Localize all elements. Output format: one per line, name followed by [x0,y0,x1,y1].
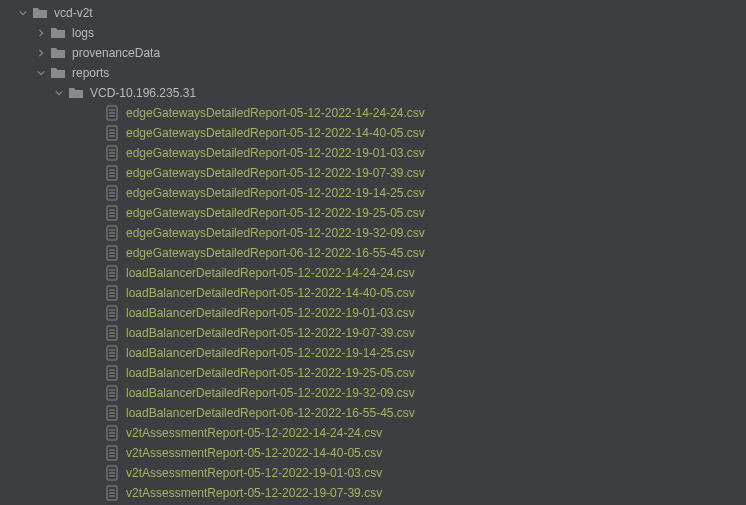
file-icon [104,445,120,461]
file-icon [104,425,120,441]
folder-icon [68,85,84,101]
file-label: edgeGatewaysDetailedReport-05-12-2022-19… [126,206,425,220]
tree-folder[interactable]: provenanceData [0,43,746,63]
tree-file[interactable]: edgeGatewaysDetailedReport-05-12-2022-14… [0,123,746,143]
tree-file[interactable]: edgeGatewaysDetailedReport-06-12-2022-16… [0,243,746,263]
tree-folder-root[interactable]: vcd-v2t [0,3,746,23]
tree-file[interactable]: edgeGatewaysDetailedReport-05-12-2022-19… [0,203,746,223]
tree-folder[interactable]: logs [0,23,746,43]
file-icon [104,165,120,181]
file-icon [104,225,120,241]
file-label: loadBalancerDetailedReport-05-12-2022-19… [126,346,415,360]
file-icon [104,145,120,161]
folder-icon [50,25,66,41]
file-label: loadBalancerDetailedReport-05-12-2022-14… [126,286,415,300]
folder-label: logs [72,26,94,40]
folder-label: reports [72,66,109,80]
tree-file[interactable]: loadBalancerDetailedReport-06-12-2022-16… [0,403,746,423]
tree-file[interactable]: edgeGatewaysDetailedReport-05-12-2022-19… [0,183,746,203]
file-label: v2tAssessmentReport-05-12-2022-14-24-24.… [126,426,382,440]
file-label: v2tAssessmentReport-05-12-2022-19-07-39.… [126,486,382,500]
file-label: loadBalancerDetailedReport-05-12-2022-19… [126,366,415,380]
file-tree: vcd-v2t logsprovenanceDatareports VCD-10… [0,0,746,503]
file-label: edgeGatewaysDetailedReport-05-12-2022-19… [126,166,425,180]
tree-file[interactable]: v2tAssessmentReport-05-12-2022-14-40-05.… [0,443,746,463]
tree-file[interactable]: v2tAssessmentReport-05-12-2022-19-01-03.… [0,463,746,483]
folder-label: provenanceData [72,46,160,60]
file-icon [104,285,120,301]
file-label: edgeGatewaysDetailedReport-05-12-2022-19… [126,226,425,240]
file-icon [104,205,120,221]
tree-file[interactable]: edgeGatewaysDetailedReport-05-12-2022-19… [0,223,746,243]
file-icon [104,365,120,381]
chevron-down-icon[interactable] [54,88,64,98]
file-label: v2tAssessmentReport-05-12-2022-14-40-05.… [126,446,382,460]
file-icon [104,465,120,481]
file-label: loadBalancerDetailedReport-05-12-2022-19… [126,306,415,320]
file-label: v2tAssessmentReport-05-12-2022-19-01-03.… [126,466,382,480]
folder-icon [50,65,66,81]
file-label: loadBalancerDetailedReport-05-12-2022-19… [126,386,415,400]
file-icon [104,385,120,401]
folder-label: VCD-10.196.235.31 [90,86,196,100]
chevron-down-icon[interactable] [36,68,46,78]
file-label: edgeGatewaysDetailedReport-06-12-2022-16… [126,246,425,260]
file-icon [104,405,120,421]
tree-folder[interactable]: reports [0,63,746,83]
tree-file[interactable]: loadBalancerDetailedReport-05-12-2022-19… [0,383,746,403]
folder-icon [50,45,66,61]
tree-file[interactable]: loadBalancerDetailedReport-05-12-2022-14… [0,263,746,283]
tree-file[interactable]: loadBalancerDetailedReport-05-12-2022-14… [0,283,746,303]
file-label: edgeGatewaysDetailedReport-05-12-2022-19… [126,146,425,160]
file-label: edgeGatewaysDetailedReport-05-12-2022-19… [126,186,425,200]
file-icon [104,105,120,121]
file-icon [104,325,120,341]
file-icon [104,265,120,281]
tree-file[interactable]: loadBalancerDetailedReport-05-12-2022-19… [0,343,746,363]
file-icon [104,245,120,261]
tree-file[interactable]: edgeGatewaysDetailedReport-05-12-2022-19… [0,163,746,183]
tree-file[interactable]: edgeGatewaysDetailedReport-05-12-2022-14… [0,103,746,123]
tree-file[interactable]: edgeGatewaysDetailedReport-05-12-2022-19… [0,143,746,163]
file-label: loadBalancerDetailedReport-06-12-2022-16… [126,406,415,420]
file-label: loadBalancerDetailedReport-05-12-2022-14… [126,266,415,280]
file-icon [104,305,120,321]
file-label: edgeGatewaysDetailedReport-05-12-2022-14… [126,106,425,120]
file-icon [104,185,120,201]
file-icon [104,485,120,501]
file-icon [104,125,120,141]
tree-file[interactable]: v2tAssessmentReport-05-12-2022-19-07-39.… [0,483,746,503]
chevron-right-icon[interactable] [36,48,46,58]
tree-file[interactable]: loadBalancerDetailedReport-05-12-2022-19… [0,363,746,383]
file-label: loadBalancerDetailedReport-05-12-2022-19… [126,326,415,340]
folder-label: vcd-v2t [54,6,93,20]
file-icon [104,345,120,361]
chevron-right-icon[interactable] [36,28,46,38]
file-label: edgeGatewaysDetailedReport-05-12-2022-14… [126,126,425,140]
tree-file[interactable]: v2tAssessmentReport-05-12-2022-14-24-24.… [0,423,746,443]
tree-folder-vcd[interactable]: VCD-10.196.235.31 [0,83,746,103]
tree-file[interactable]: loadBalancerDetailedReport-05-12-2022-19… [0,323,746,343]
folder-icon [32,5,48,21]
tree-file[interactable]: loadBalancerDetailedReport-05-12-2022-19… [0,303,746,323]
chevron-down-icon[interactable] [18,8,28,18]
